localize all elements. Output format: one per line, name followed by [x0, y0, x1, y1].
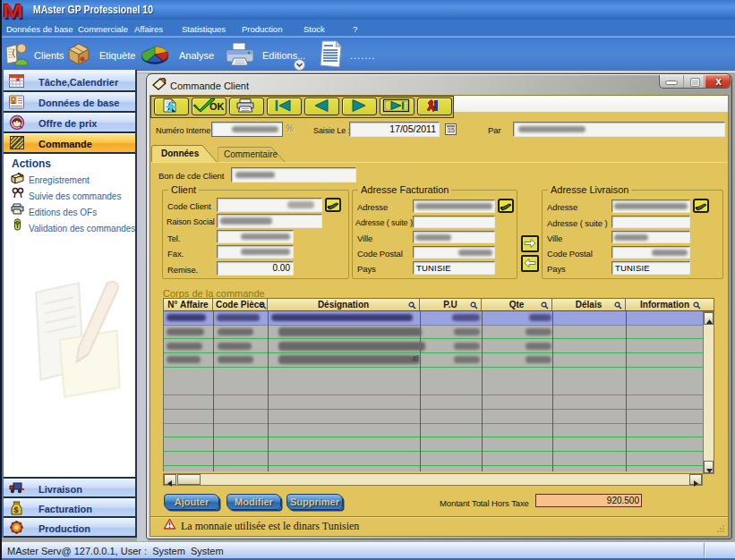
svg-text:OK: OK: [209, 101, 224, 112]
svg-text:$: $: [14, 505, 19, 514]
